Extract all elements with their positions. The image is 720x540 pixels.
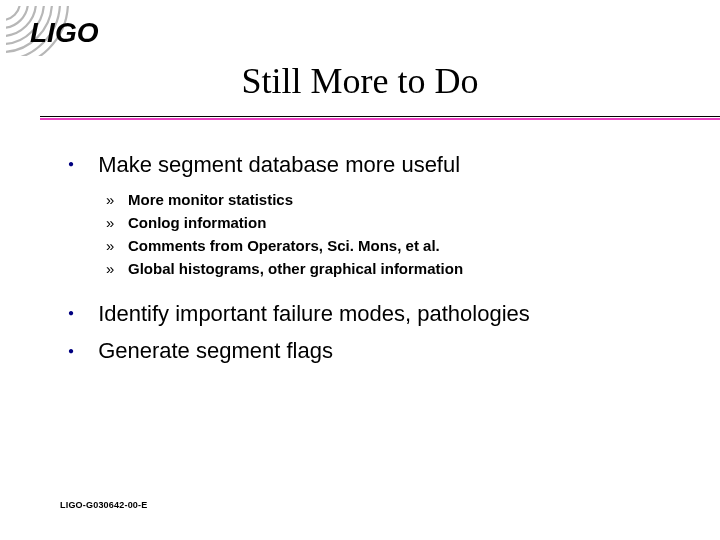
- svg-point-2: [6, 6, 28, 28]
- sub-1-4: Global histograms, other graphical infor…: [106, 257, 670, 280]
- bullet-2: Identify important failure modes, pathol…: [68, 299, 670, 329]
- slide: LIGO Still More to Do Make segment datab…: [0, 0, 720, 540]
- bullet-3-text: Generate segment flags: [98, 338, 333, 363]
- sub-1-3: Comments from Operators, Sci. Mons, et a…: [106, 234, 670, 257]
- sub-1-1: More monitor statistics: [106, 188, 670, 211]
- bullet-3: Generate segment flags: [68, 336, 670, 366]
- svg-point-1: [6, 6, 20, 20]
- divider: [40, 116, 720, 120]
- bullet-1-sublist: More monitor statistics Conlog informati…: [106, 188, 670, 281]
- slide-body: Make segment database more useful More m…: [68, 150, 670, 374]
- ligo-logo: LIGO: [6, 6, 146, 56]
- bullet-1-text: Make segment database more useful: [98, 152, 460, 177]
- document-number: LIGO-G030642-00-E: [60, 500, 147, 510]
- bullet-1: Make segment database more useful: [68, 150, 670, 180]
- sub-1-2: Conlog information: [106, 211, 670, 234]
- logo-text: LIGO: [30, 17, 99, 48]
- slide-title: Still More to Do: [0, 60, 720, 102]
- bullet-2-text: Identify important failure modes, pathol…: [98, 301, 530, 326]
